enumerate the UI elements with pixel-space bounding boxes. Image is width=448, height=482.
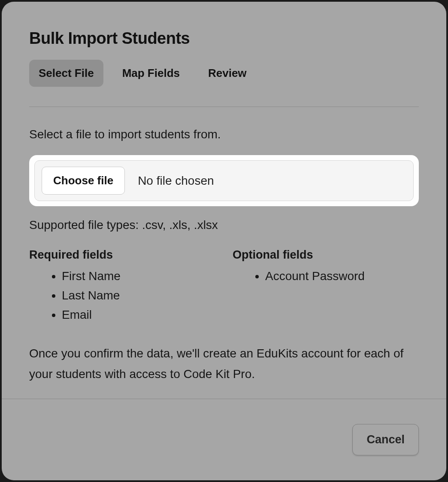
- modal-content: Select a file to import students from. C…: [2, 107, 446, 399]
- optional-fields-column: Optional fields Account Password: [233, 248, 419, 324]
- modal-header: Bulk Import Students Select File Map Fie…: [2, 2, 446, 87]
- supported-file-types: Supported file types: .csv, .xls, .xlsx: [29, 218, 419, 232]
- select-file-prompt: Select a file to import students from.: [29, 128, 419, 141]
- optional-fields-heading: Optional fields: [233, 248, 419, 262]
- wizard-tabs: Select File Map Fields Review: [29, 60, 256, 87]
- tab-map-fields[interactable]: Map Fields: [113, 60, 189, 87]
- required-fields-column: Required fields First Name Last Name Ema…: [29, 248, 215, 324]
- list-item: Account Password: [265, 267, 419, 286]
- tab-review[interactable]: Review: [199, 60, 256, 87]
- required-fields-list: First Name Last Name Email: [29, 267, 215, 324]
- file-picker-inner[interactable]: Choose file No file chosen: [34, 160, 414, 201]
- choose-file-button[interactable]: Choose file: [42, 167, 125, 195]
- fields-columns: Required fields First Name Last Name Ema…: [29, 248, 419, 324]
- required-fields-heading: Required fields: [29, 248, 215, 262]
- file-picker: Choose file No file chosen: [29, 155, 419, 206]
- bulk-import-modal: Bulk Import Students Select File Map Fie…: [2, 2, 446, 480]
- tab-select-file[interactable]: Select File: [29, 60, 103, 87]
- modal-footer: Cancel: [2, 399, 446, 480]
- optional-fields-list: Account Password: [233, 267, 419, 286]
- modal-title: Bulk Import Students: [29, 29, 190, 48]
- file-status-text: No file chosen: [138, 174, 214, 188]
- list-item: Last Name: [62, 286, 215, 305]
- confirmation-note: Once you confirm the data, we'll create …: [29, 343, 419, 384]
- list-item: Email: [62, 305, 215, 325]
- header-row: Bulk Import Students Select File Map Fie…: [29, 29, 419, 87]
- list-item: First Name: [62, 267, 215, 286]
- cancel-button[interactable]: Cancel: [352, 424, 419, 455]
